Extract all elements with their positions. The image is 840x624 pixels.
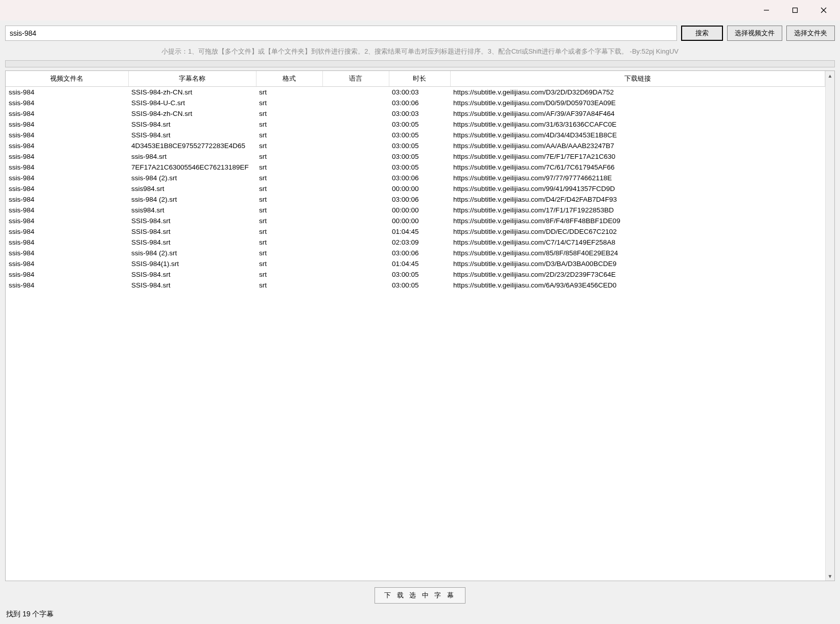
cell-duration: 03:00:05: [389, 140, 450, 151]
cell-format: srt: [256, 194, 322, 205]
cell-duration: 03:00:05: [389, 151, 450, 162]
svg-rect-1: [793, 8, 798, 13]
status-bar: 找到 19 个字幕: [0, 608, 840, 624]
cell-duration: 03:00:03: [389, 87, 450, 98]
cell-language: [322, 215, 389, 226]
cell-link: https://subtitle.v.geilijiasu.com/31/63/…: [450, 119, 825, 130]
cell-format: srt: [256, 237, 322, 248]
col-subtitle[interactable]: 字幕名称: [128, 71, 256, 87]
col-format[interactable]: 格式: [256, 71, 322, 87]
cell-subtitle: 7EF17A21C63005546EC76213189EF: [128, 162, 256, 173]
table-row[interactable]: ssis-984SSIS-984.srtsrt03:00:05https://s…: [6, 280, 825, 291]
cell-language: [322, 280, 389, 291]
cell-format: srt: [256, 258, 322, 269]
results-scroll[interactable]: 视频文件名 字幕名称 格式 语言 时长 下载链接 ssis-984SSIS-98…: [6, 71, 825, 581]
cell-subtitle: ssis984.srt: [128, 205, 256, 215]
results-table: 视频文件名 字幕名称 格式 语言 时长 下载链接 ssis-984SSIS-98…: [6, 71, 825, 291]
table-row[interactable]: ssis-984ssis984.srtsrt00:00:00https://su…: [6, 183, 825, 194]
table-row[interactable]: ssis-984SSIS-984.srtsrt01:04:45https://s…: [6, 226, 825, 237]
table-row[interactable]: ssis-9844D3453E1B8CE97552772283E4D65srt0…: [6, 140, 825, 151]
cell-language: [322, 119, 389, 130]
cell-link: https://subtitle.v.geilijiasu.com/17/F1/…: [450, 205, 825, 215]
table-row[interactable]: ssis-984ssis-984 (2).srtsrt03:00:06https…: [6, 248, 825, 258]
select-video-button[interactable]: 选择视频文件: [727, 26, 782, 41]
cell-link: https://subtitle.v.geilijiasu.com/4D/34/…: [450, 130, 825, 140]
cell-subtitle: SSIS-984(1).srt: [128, 258, 256, 269]
cell-language: [322, 173, 389, 183]
table-row[interactable]: ssis-984SSIS-984-U-C.srtsrt03:00:06https…: [6, 98, 825, 108]
table-row[interactable]: ssis-984SSIS-984.srtsrt03:00:05https://s…: [6, 130, 825, 140]
cell-link: https://subtitle.v.geilijiasu.com/7C/61/…: [450, 162, 825, 173]
cell-language: [322, 237, 389, 248]
cell-language: [322, 87, 389, 98]
cell-duration: 00:00:00: [389, 215, 450, 226]
cell-duration: 00:00:00: [389, 205, 450, 215]
cell-video: ssis-984: [6, 237, 128, 248]
table-row[interactable]: ssis-984SSIS-984.srtsrt02:03:09https://s…: [6, 237, 825, 248]
cell-duration: 03:00:06: [389, 248, 450, 258]
cell-subtitle: SSIS-984.srt: [128, 269, 256, 280]
cell-video: ssis-984: [6, 108, 128, 119]
scroll-up-icon[interactable]: ▲: [826, 71, 835, 80]
cell-duration: 03:00:03: [389, 108, 450, 119]
cell-subtitle: ssis-984 (2).srt: [128, 248, 256, 258]
cell-subtitle: SSIS-984-zh-CN.srt: [128, 87, 256, 98]
table-row[interactable]: ssis-984ssis-984 (2).srtsrt03:00:06https…: [6, 194, 825, 205]
cell-video: ssis-984: [6, 87, 128, 98]
close-button[interactable]: [809, 1, 838, 19]
col-duration[interactable]: 时长: [389, 71, 450, 87]
col-language[interactable]: 语言: [322, 71, 389, 87]
cell-format: srt: [256, 140, 322, 151]
cell-language: [322, 183, 389, 194]
cell-format: srt: [256, 119, 322, 130]
col-link[interactable]: 下载链接: [450, 71, 825, 87]
table-row[interactable]: ssis-984SSIS-984(1).srtsrt01:04:45https:…: [6, 258, 825, 269]
select-folder-button[interactable]: 选择文件夹: [786, 26, 835, 41]
cell-duration: 00:00:00: [389, 183, 450, 194]
table-row[interactable]: ssis-9847EF17A21C63005546EC76213189EFsrt…: [6, 162, 825, 173]
cell-subtitle: SSIS-984.srt: [128, 119, 256, 130]
cell-duration: 03:00:06: [389, 173, 450, 183]
cell-duration: 01:04:45: [389, 226, 450, 237]
cell-language: [322, 162, 389, 173]
search-button[interactable]: 搜索: [681, 26, 723, 41]
cell-subtitle: SSIS-984-U-C.srt: [128, 98, 256, 108]
table-row[interactable]: ssis-984SSIS-984.srtsrt03:00:05https://s…: [6, 269, 825, 280]
table-row[interactable]: ssis-984SSIS-984-zh-CN.srtsrt03:00:03htt…: [6, 87, 825, 98]
cell-video: ssis-984: [6, 269, 128, 280]
cell-format: srt: [256, 215, 322, 226]
cell-link: https://subtitle.v.geilijiasu.com/AA/AB/…: [450, 140, 825, 151]
download-selected-button[interactable]: 下 载 选 中 字 幕: [375, 587, 465, 604]
cell-video: ssis-984: [6, 226, 128, 237]
table-row[interactable]: ssis-984ssis984.srtsrt00:00:00https://su…: [6, 205, 825, 215]
search-input[interactable]: [5, 26, 677, 41]
cell-duration: 03:00:06: [389, 98, 450, 108]
cell-language: [322, 108, 389, 119]
minimize-icon: [763, 7, 769, 13]
cell-duration: 01:04:45: [389, 258, 450, 269]
cell-format: srt: [256, 226, 322, 237]
cell-format: srt: [256, 269, 322, 280]
cell-language: [322, 151, 389, 162]
cell-video: ssis-984: [6, 258, 128, 269]
table-row[interactable]: ssis-984ssis-984.srtsrt03:00:05https://s…: [6, 151, 825, 162]
titlebar: [0, 0, 840, 20]
maximize-button[interactable]: [781, 1, 809, 19]
cell-language: [322, 130, 389, 140]
minimize-button[interactable]: [752, 1, 781, 19]
cell-video: ssis-984: [6, 215, 128, 226]
col-video[interactable]: 视频文件名: [6, 71, 128, 87]
cell-language: [322, 226, 389, 237]
scroll-down-icon[interactable]: ▼: [826, 571, 835, 581]
table-row[interactable]: ssis-984SSIS-984.srtsrt00:00:00https://s…: [6, 215, 825, 226]
table-row[interactable]: ssis-984SSIS-984-zh-CN.srtsrt03:00:03htt…: [6, 108, 825, 119]
table-row[interactable]: ssis-984SSIS-984.srtsrt03:00:05https://s…: [6, 119, 825, 130]
cell-format: srt: [256, 280, 322, 291]
vertical-scrollbar[interactable]: ▲ ▼: [825, 71, 834, 581]
cell-video: ssis-984: [6, 140, 128, 151]
cell-language: [322, 140, 389, 151]
cell-video: ssis-984: [6, 98, 128, 108]
cell-subtitle: SSIS-984.srt: [128, 237, 256, 248]
table-row[interactable]: ssis-984ssis-984 (2).srtsrt03:00:06https…: [6, 173, 825, 183]
cell-subtitle: 4D3453E1B8CE97552772283E4D65: [128, 140, 256, 151]
